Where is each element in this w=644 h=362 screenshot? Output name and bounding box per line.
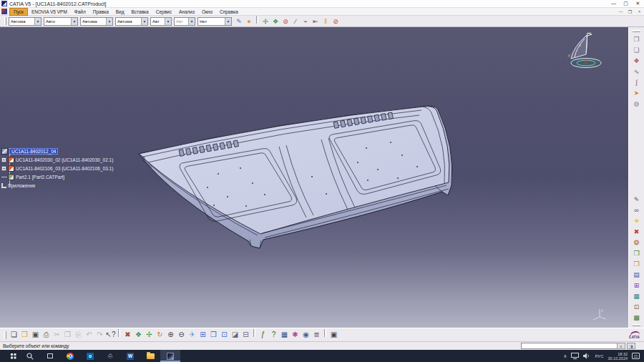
- examine-mode-icon[interactable]: ❖: [133, 329, 144, 341]
- sphere-tool-icon[interactable]: ◍: [631, 98, 643, 109]
- spline-icon[interactable]: ∿: [631, 66, 643, 77]
- select-arrow-icon[interactable]: ➤: [631, 87, 643, 98]
- render-style-icon[interactable]: ◪: [230, 329, 240, 341]
- multi-view-icon[interactable]: ⊞: [197, 329, 208, 341]
- knowledge-inspector-icon[interactable]: ◉: [301, 329, 311, 341]
- ant-select-icon[interactable]: ❖: [631, 55, 643, 66]
- menu-window[interactable]: Окно: [198, 9, 216, 15]
- yellow-bars-icon[interactable]: ‖: [321, 16, 331, 26]
- 3d-viewport[interactable]: UC1A11-8402012_04 + UC1A11-8402030_02 (U…: [0, 27, 628, 328]
- view-compass[interactable]: z x y: [560, 29, 610, 72]
- tree-root-label[interactable]: UC1A11-8402012_04: [9, 148, 58, 155]
- menu-tools[interactable]: Сервис: [152, 9, 175, 15]
- mdi-close-button[interactable]: ×: [635, 9, 644, 14]
- print-icon[interactable]: ⎙: [41, 329, 52, 341]
- menu-analyze[interactable]: Анализ: [175, 9, 198, 15]
- taskbar-search-button[interactable]: [20, 350, 40, 362]
- pan-icon[interactable]: ✢: [144, 329, 155, 341]
- open-folder-icon[interactable]: ❒: [19, 329, 30, 341]
- compass-z-label[interactable]: z: [588, 30, 591, 36]
- expand-plus-icon[interactable]: +: [1, 157, 6, 162]
- menu-help[interactable]: Справка: [216, 9, 242, 15]
- mdi-restore-button[interactable]: ❐: [625, 9, 635, 14]
- named-views-icon[interactable]: ⊡: [219, 329, 230, 341]
- filter-combo-5[interactable]: Авт ▼: [150, 17, 172, 26]
- filter-combo-4[interactable]: Автома ▼: [115, 17, 148, 26]
- status-button-2[interactable]: ◨: [627, 343, 635, 349]
- new-document-icon[interactable]: ❏: [9, 329, 19, 341]
- toolbar-drag-handle[interactable]: [4, 331, 6, 339]
- menu-enovia[interactable]: ENOVIA V5 VPM: [28, 9, 71, 15]
- minimize-button[interactable]: —: [608, 1, 620, 6]
- structure-tree-icon[interactable]: ▩: [631, 312, 643, 323]
- options-bars-icon[interactable]: ≣: [311, 329, 322, 341]
- menu-insert[interactable]: Вставка: [128, 9, 152, 15]
- fit-all-icon[interactable]: ❖: [270, 16, 280, 26]
- document-blue-icon[interactable]: ▤: [631, 269, 643, 280]
- pencil-icon[interactable]: ✎: [631, 194, 643, 205]
- save-icon[interactable]: ▣: [30, 329, 41, 341]
- tree-node-1[interactable]: + UC1A11-8402030_02 (UC1A11-8402030_02.1…: [1, 155, 113, 164]
- task-view-button[interactable]: [40, 350, 60, 362]
- window-new-icon[interactable]: ❏: [631, 44, 643, 55]
- maximize-button[interactable]: ▢: [620, 1, 632, 6]
- menu-edit[interactable]: Правка: [89, 9, 112, 15]
- filter-combo-3[interactable]: Автома ▼: [80, 17, 113, 26]
- no-snap-pointer-icon[interactable]: ⊘: [280, 16, 291, 26]
- chevron-down-icon[interactable]: ▼: [141, 18, 147, 25]
- compass-y-label[interactable]: y: [567, 52, 571, 58]
- capture-camera-icon[interactable]: ▣: [328, 329, 339, 341]
- chevron-down-icon[interactable]: ▼: [106, 18, 112, 25]
- design-table-icon[interactable]: ▦: [279, 329, 290, 341]
- chevron-down-icon[interactable]: ▼: [225, 18, 231, 25]
- catalog-green-icon[interactable]: ❒: [631, 248, 643, 258]
- power-input-field[interactable]: [521, 343, 623, 349]
- menu-start[interactable]: Пуск: [9, 8, 28, 16]
- taskbar-app-gray[interactable]: ⎙: [100, 350, 120, 362]
- language-indicator[interactable]: РУС: [595, 354, 603, 358]
- dashed-trace-icon[interactable]: ⌁: [301, 16, 311, 26]
- notification-center-button[interactable]: 21: [632, 353, 640, 359]
- mdi-minimize-button[interactable]: —: [616, 9, 625, 14]
- tree-node-2[interactable]: + UC1A11-8402106_03 (UC1A11-8402106_03.1…: [1, 164, 113, 172]
- knowledge-bubble-icon[interactable]: ?: [268, 329, 279, 341]
- pick-line-icon[interactable]: ∕: [291, 16, 301, 26]
- catalog-orange-icon[interactable]: ❒: [631, 258, 643, 269]
- tree-node-applications[interactable]: Приложения: [1, 181, 113, 190]
- taskbar-catia-active[interactable]: [160, 350, 180, 362]
- filter-combo-7[interactable]: Нет ▼: [197, 17, 232, 26]
- expand-plus-icon[interactable]: +: [1, 166, 6, 171]
- relations-icon[interactable]: ✱: [290, 329, 301, 341]
- update-icon[interactable]: ❂: [631, 237, 643, 248]
- chevron-down-icon[interactable]: ▼: [165, 18, 171, 25]
- window-tile-icon[interactable]: ❐: [631, 34, 643, 44]
- paintbrush-icon[interactable]: ✎: [234, 16, 244, 26]
- layers-icon[interactable]: ⊞: [631, 280, 643, 290]
- grid-table-icon[interactable]: ▦: [631, 290, 643, 301]
- toolbar-drag-handle[interactable]: [633, 30, 640, 32]
- compass-origin-handle[interactable]: [585, 62, 587, 64]
- tree-node-label[interactable]: Part2.1 [Part2.CATPart]: [16, 175, 64, 180]
- normal-view-icon[interactable]: ✈: [187, 329, 197, 341]
- taskbar-chrome[interactable]: [60, 350, 80, 362]
- pan-arrows-icon[interactable]: ✢: [260, 16, 270, 26]
- zoom-in-icon[interactable]: ⊕: [165, 329, 176, 341]
- isometric-view-icon[interactable]: ❒: [208, 329, 219, 341]
- tree-node-label[interactable]: UC1A11-8402030_02 (UC1A11-8402030_02.1): [16, 157, 113, 162]
- status-button-1[interactable]: ≡: [617, 343, 625, 349]
- filter-combo-1[interactable]: Автома ▼: [9, 17, 42, 26]
- no-select-pointer-icon[interactable]: ⊘: [331, 16, 341, 26]
- taskbar-word[interactable]: W: [120, 350, 140, 362]
- tree-node-3[interactable]: Part2.1 [Part2.CATPart]: [1, 172, 113, 181]
- toolbar-drag-handle[interactable]: [633, 324, 640, 326]
- box-component-icon[interactable]: ⊡: [631, 301, 643, 312]
- tree-node-label[interactable]: Приложения: [8, 183, 35, 188]
- taskbar-outlook[interactable]: o: [80, 350, 100, 362]
- chevron-down-icon[interactable]: ▼: [34, 18, 41, 25]
- toolbar-drag-handle[interactable]: [4, 17, 6, 25]
- hidden-icons-chevron[interactable]: ∧: [563, 353, 567, 359]
- snap-step-icon[interactable]: ⇤: [311, 16, 321, 26]
- curve-analysis-icon[interactable]: ∫: [631, 77, 643, 87]
- menu-view[interactable]: Вид: [112, 9, 128, 15]
- render-style-2-icon[interactable]: ⊟: [240, 329, 251, 341]
